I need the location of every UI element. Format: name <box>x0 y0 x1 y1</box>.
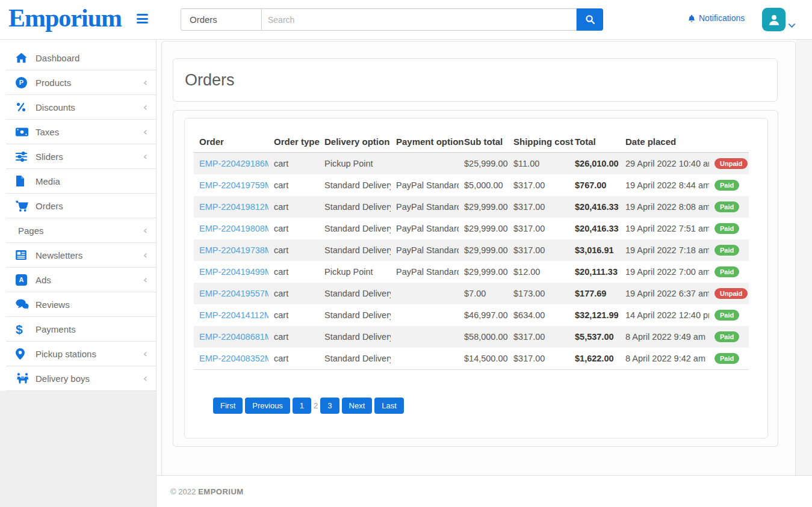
cell-payment: PayPal Standard <box>391 174 459 196</box>
cell-type: cart <box>268 174 319 196</box>
chevron-left-icon: ‹ <box>143 373 147 384</box>
status-badge: Paid <box>714 331 739 342</box>
sidebar-item-reviews[interactable]: Reviews <box>6 292 156 317</box>
order-link[interactable]: EMP-220429186M <box>199 159 268 168</box>
table-row: EMP-220419499McartPickup PointPayPal Sta… <box>194 261 749 283</box>
cell-total: $20,111.33 <box>569 261 620 283</box>
cell-delivery: Standard Delivery <box>319 174 391 196</box>
order-link[interactable]: EMP-220408681M <box>199 332 268 342</box>
order-link[interactable]: EMP-220419557M <box>199 289 268 298</box>
money-icon <box>16 126 30 138</box>
sidebar-item-orders[interactable]: Orders <box>6 194 156 218</box>
cell-type: cart <box>268 218 319 239</box>
sidebar-item-label: Ads <box>36 275 143 285</box>
table-row: EMP-220419808McartStandard DeliveryPayPa… <box>194 218 749 239</box>
sidebar-item-delivery-boys[interactable]: Delivery boys‹ <box>6 366 156 391</box>
cell-order: EMP-220414112M <box>194 304 268 326</box>
cell-total: $20,416.33 <box>569 196 620 218</box>
sidebar-item-ads[interactable]: AAds‹ <box>6 268 156 292</box>
ads-icon: A <box>16 274 30 286</box>
cell-date: 19 April 2022 7:51 am <box>620 218 709 239</box>
cell-status: Paid <box>709 174 749 196</box>
status-badge: Paid <box>714 201 739 212</box>
cell-date: 19 April 2022 8:44 am <box>620 174 709 196</box>
sidebar-item-pages[interactable]: Pages‹ <box>6 218 156 243</box>
cell-order: EMP-220419499M <box>194 261 268 283</box>
order-link[interactable]: EMP-220419759M <box>199 180 268 190</box>
hamburger-icon[interactable] <box>137 14 148 25</box>
footer: © 2022 EMPORIUM <box>157 475 812 507</box>
cell-status: Paid <box>709 348 749 370</box>
cell-payment <box>391 326 459 348</box>
scrollbar-track[interactable] <box>796 40 812 475</box>
cell-type: cart <box>268 239 319 261</box>
cell-type: cart <box>268 261 319 283</box>
footer-brand: EMPORIUM <box>198 487 244 496</box>
chevron-left-icon: ‹ <box>143 126 147 137</box>
page-button-first[interactable]: First <box>213 398 243 414</box>
order-link[interactable]: EMP-220419808M <box>199 224 268 233</box>
cell-total: $32,121.99 <box>569 304 620 326</box>
cell-order: EMP-220419738M <box>194 239 268 261</box>
search-group: Orders <box>181 8 603 31</box>
sidebar-item-discounts[interactable]: Discounts‹ <box>6 95 156 120</box>
page-button-3[interactable]: 3 <box>320 398 339 414</box>
order-link[interactable]: EMP-220408352M <box>199 354 268 363</box>
table-row: EMP-220429186McartPickup Point$25,999.00… <box>194 153 749 175</box>
cell-shipping: $317.00 <box>508 174 569 196</box>
cell-payment: PayPal Standard <box>391 196 459 218</box>
order-link[interactable]: EMP-220419812M <box>199 202 268 212</box>
cell-payment: PayPal Standard <box>391 218 459 239</box>
sidebar-item-taxes[interactable]: Taxes‹ <box>6 120 156 144</box>
chevron-down-icon[interactable] <box>788 23 796 28</box>
sidebar-item-media[interactable]: Media <box>6 169 156 194</box>
sidebar-item-pickup-stations[interactable]: Pickup stations‹ <box>6 342 156 366</box>
cell-subtotal: $7.00 <box>459 283 508 304</box>
sidebar-item-payments[interactable]: $Payments <box>6 317 156 342</box>
cell-status: Unpaid <box>709 283 749 304</box>
cell-status: Paid <box>709 261 749 283</box>
sidebar-item-newsletters[interactable]: Newsletters‹ <box>6 243 156 268</box>
status-badge: Paid <box>714 245 739 256</box>
order-link[interactable]: EMP-220414112M <box>199 310 268 320</box>
cell-shipping: $317.00 <box>508 239 569 261</box>
page-button-previous[interactable]: Previous <box>245 398 290 414</box>
status-badge: Unpaid <box>714 288 748 299</box>
cell-total: $20,416.33 <box>569 218 620 239</box>
table-row: EMP-220408681McartStandard Delivery$58,0… <box>194 326 749 348</box>
cell-delivery: Standard Delivery <box>319 218 391 239</box>
sidebar-item-label: Delivery boys <box>36 373 143 384</box>
sidebar-item-products[interactable]: PProducts‹ <box>6 70 156 95</box>
cell-status: Paid <box>709 304 749 326</box>
search-category-select[interactable]: Orders <box>181 8 262 31</box>
cell-payment <box>391 153 459 175</box>
avatar[interactable] <box>762 8 786 31</box>
order-link[interactable]: EMP-220419738M <box>199 245 268 255</box>
page-button-1[interactable]: 1 <box>293 398 311 414</box>
sidebar-item-sliders[interactable]: Sliders‹ <box>6 144 156 169</box>
cell-order: EMP-220419759M <box>194 174 268 196</box>
sidebar-item-label: Reviews <box>36 300 147 310</box>
page-button-next[interactable]: Next <box>342 398 373 414</box>
table-row: EMP-220419738McartStandard DeliveryPayPa… <box>194 239 749 261</box>
page-button-last[interactable]: Last <box>374 398 404 414</box>
cell-delivery: Standard Delivery <box>319 326 391 348</box>
notifications-link[interactable]: Notifications <box>687 13 745 23</box>
cell-subtotal: $58,000.00 <box>459 326 508 348</box>
sidebar-item-dashboard[interactable]: Dashboard <box>6 46 156 70</box>
sidebar-item-label: Orders <box>36 201 147 211</box>
search-input[interactable] <box>262 8 577 31</box>
newspaper-icon <box>16 249 30 261</box>
cell-delivery: Standard Delivery <box>319 304 391 326</box>
cell-payment: PayPal Standard <box>391 239 459 261</box>
order-link[interactable]: EMP-220419499M <box>199 267 268 277</box>
cell-date: 29 April 2022 10:40 am <box>620 153 709 175</box>
pagination: FirstPrevious123NextLast <box>213 398 406 414</box>
table-row: EMP-220419812McartStandard DeliveryPayPa… <box>194 196 749 218</box>
products-icon: P <box>16 76 30 88</box>
chevron-left-icon: ‹ <box>143 77 147 88</box>
home-icon <box>16 52 30 64</box>
brand-logo[interactable]: Emporium <box>8 4 122 32</box>
search-button[interactable] <box>577 8 603 31</box>
chat-bubbles-icon <box>16 298 30 310</box>
